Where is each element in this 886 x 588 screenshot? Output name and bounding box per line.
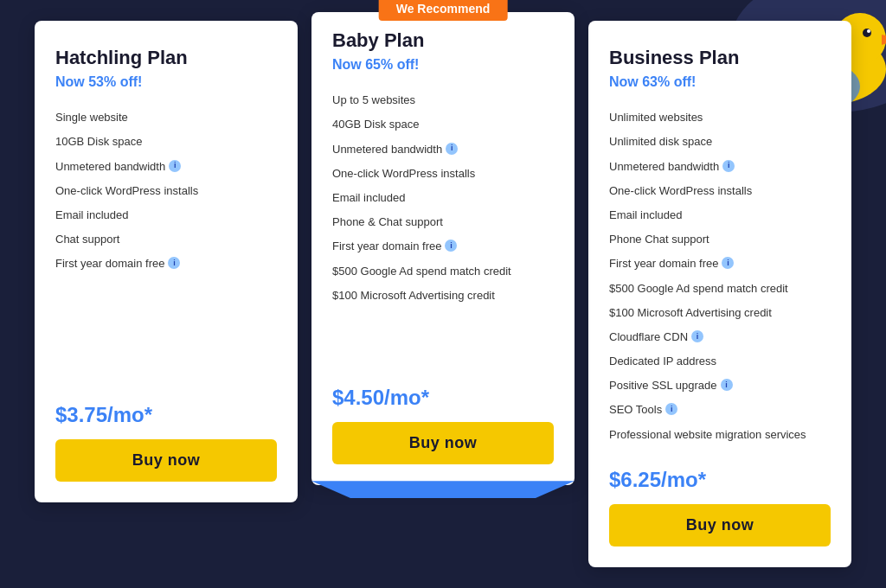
feature-text: SEO Tools	[609, 402, 662, 418]
feature-item: First year domain free i	[609, 252, 831, 276]
buy-button-baby[interactable]: Buy now	[332, 422, 554, 464]
feature-item: One-click WordPress installs	[332, 162, 554, 186]
plan-card-hatchling: Hatchling PlanNow 53% off! Single websit…	[35, 21, 298, 502]
feature-item: Chat support	[55, 227, 277, 252]
feature-text: Chat support	[55, 232, 119, 247]
feature-item: Single website	[55, 105, 277, 130]
feature-item: Unmetered bandwidth i	[55, 155, 277, 179]
plan-card-business: Business PlanNow 63% off! Unlimited webs…	[588, 21, 851, 567]
feature-text: 10GB Disk space	[55, 134, 142, 150]
feature-text: $500 Google Ad spend match credit	[609, 281, 788, 297]
feature-item: Unlimited disk space	[609, 130, 831, 154]
feature-text: Phone & Chat support	[332, 214, 443, 230]
feature-item: Email included	[332, 186, 554, 210]
features-list-baby: Up to 5 websites 40GB Disk space Unmeter…	[332, 88, 554, 365]
feature-text: 40GB Disk space	[332, 117, 419, 132]
feature-text: Email included	[55, 208, 129, 223]
feature-item: Dedicated IP address	[609, 349, 831, 374]
features-list-business: Unlimited websites Unlimited disk space …	[609, 105, 831, 447]
svg-point-5	[867, 29, 870, 33]
feature-text: Dedicated IP address	[609, 354, 716, 369]
plan-name-baby: Baby Plan	[332, 29, 554, 52]
info-icon[interactable]: i	[722, 160, 735, 172]
feature-item: First year domain free i	[55, 252, 277, 276]
feature-text: Unlimited disk space	[609, 134, 712, 150]
info-icon[interactable]: i	[722, 257, 734, 269]
recommended-btn-decoration	[311, 481, 575, 498]
feature-text: First year domain free	[609, 256, 718, 272]
plan-price-business: $6.25/mo*	[609, 468, 831, 492]
plan-card-baby: We RecommendBaby PlanNow 65% off! Up to …	[311, 12, 575, 485]
plan-price-hatchling: $3.75/mo*	[55, 403, 277, 427]
feature-text: Email included	[332, 190, 406, 206]
info-icon[interactable]: i	[665, 403, 677, 415]
feature-text: One-click WordPress installs	[609, 183, 752, 199]
plan-discount-baby: Now 65% off!	[332, 57, 554, 73]
buy-button-business[interactable]: Buy now	[609, 504, 831, 546]
svg-marker-3	[882, 35, 886, 45]
feature-item: Phone Chat support	[609, 227, 831, 252]
feature-item: Up to 5 websites	[332, 88, 554, 112]
info-icon[interactable]: i	[169, 160, 181, 172]
feature-item: One-click WordPress installs	[609, 179, 831, 203]
feature-text: Unmetered bandwidth	[55, 159, 165, 175]
recommended-badge: We Recommend	[379, 0, 508, 21]
plan-discount-hatchling: Now 53% off!	[55, 74, 277, 90]
feature-item: $100 Microsoft Advertising credit	[609, 301, 831, 325]
feature-item: Email included	[609, 203, 831, 227]
plan-price-baby: $4.50/mo*	[332, 386, 554, 410]
feature-item: Unmetered bandwidth i	[609, 155, 831, 179]
info-icon[interactable]: i	[691, 330, 703, 342]
feature-item: Unlimited websites	[609, 105, 831, 130]
feature-item: 10GB Disk space	[55, 130, 277, 154]
feature-item: Phone & Chat support	[332, 210, 554, 234]
feature-text: Unmetered bandwidth	[332, 142, 442, 157]
feature-item: SEO Tools i	[609, 398, 831, 422]
svg-point-4	[863, 29, 871, 37]
feature-text: One-click WordPress installs	[332, 166, 475, 182]
feature-item: 40GB Disk space	[332, 112, 554, 137]
feature-text: Cloudflare CDN	[609, 329, 688, 345]
feature-text: First year domain free	[55, 256, 164, 272]
feature-item: Cloudflare CDN i	[609, 325, 831, 349]
feature-text: Up to 5 websites	[332, 93, 415, 108]
info-icon[interactable]: i	[721, 379, 733, 391]
feature-text: Positive SSL upgrade	[609, 378, 717, 393]
feature-item: One-click WordPress installs	[55, 179, 277, 203]
feature-text: Phone Chat support	[609, 232, 709, 247]
feature-text: Unmetered bandwidth	[609, 159, 719, 175]
feature-item: $500 Google Ad spend match credit	[332, 259, 554, 284]
pricing-container: Hatchling PlanNow 53% off! Single websit…	[28, 21, 858, 567]
feature-text: $500 Google Ad spend match credit	[332, 264, 511, 279]
feature-item: Professional website migration services	[609, 423, 831, 447]
feature-text: Unlimited websites	[609, 110, 703, 125]
feature-text: Single website	[55, 110, 128, 125]
feature-item: $100 Microsoft Advertising credit	[332, 284, 554, 308]
feature-text: Email included	[609, 208, 683, 223]
feature-item: $500 Google Ad spend match credit	[609, 277, 831, 301]
info-icon[interactable]: i	[446, 143, 458, 155]
feature-text: $100 Microsoft Advertising credit	[332, 288, 495, 304]
plan-discount-business: Now 63% off!	[609, 74, 831, 90]
plan-name-business: Business Plan	[609, 47, 831, 69]
feature-text: First year domain free	[332, 239, 441, 254]
feature-item: First year domain free i	[332, 234, 554, 259]
info-icon[interactable]: i	[445, 240, 457, 252]
info-icon[interactable]: i	[168, 257, 180, 269]
plan-name-hatchling: Hatchling Plan	[55, 47, 277, 69]
feature-text: $100 Microsoft Advertising credit	[609, 305, 772, 321]
feature-item: Unmetered bandwidth i	[332, 137, 554, 162]
features-list-hatchling: Single website 10GB Disk space Unmetered…	[55, 105, 277, 382]
feature-text: One-click WordPress installs	[55, 183, 198, 199]
feature-item: Positive SSL upgrade i	[609, 374, 831, 398]
feature-text: Professional website migration services	[609, 427, 806, 443]
feature-item: Email included	[55, 203, 277, 227]
buy-button-hatchling[interactable]: Buy now	[55, 439, 277, 482]
